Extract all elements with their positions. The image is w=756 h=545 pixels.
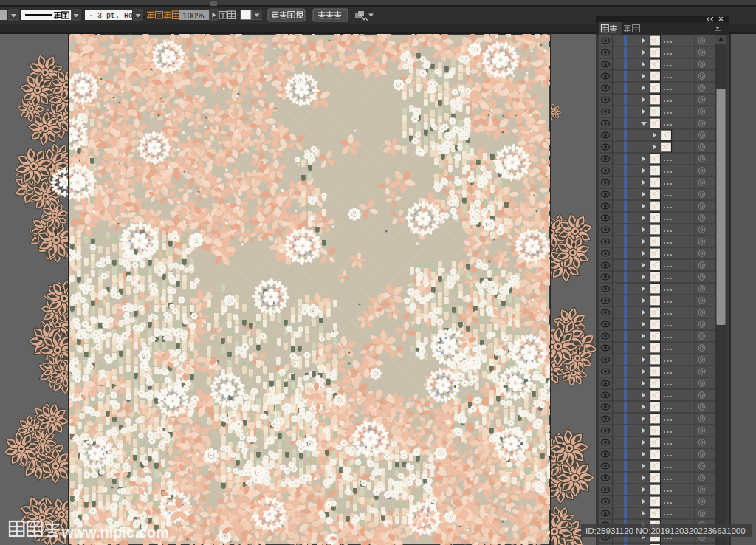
svg-text::: :	[237, 11, 239, 20]
svg-text:www.nipic.com: www.nipic.com	[61, 524, 169, 541]
svg-text:ID:25931120 NO:201912032022366: ID:25931120 NO:20191203202236631000	[585, 527, 746, 535]
svg-text:100%: 100%	[182, 11, 204, 20]
